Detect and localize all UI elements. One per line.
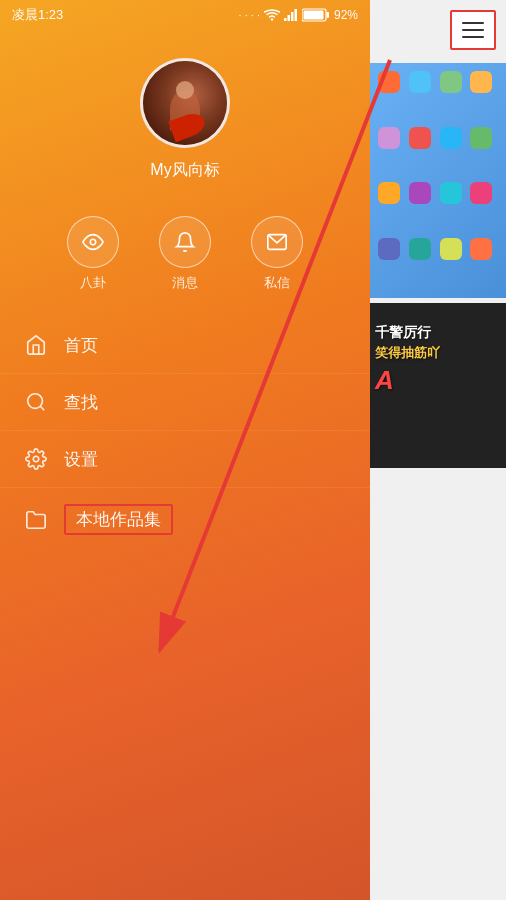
gossip-label: 八卦 (80, 274, 106, 292)
right-panel: 千警厉行 笑得抽筋吖 A (370, 0, 506, 900)
status-icons: · · · · 92% (239, 8, 358, 22)
avatar-image (143, 61, 227, 145)
app-icon (470, 238, 492, 260)
app-icon (378, 182, 400, 204)
dm-icon-circle (251, 216, 303, 268)
hamburger-icon (462, 22, 484, 38)
folder-icon (24, 508, 48, 532)
eye-icon (82, 231, 104, 253)
signal-dots: · · · · (239, 9, 260, 21)
svg-rect-1 (287, 15, 290, 21)
app-icon (378, 71, 400, 93)
gossip-icon-circle (67, 216, 119, 268)
mail-icon (266, 231, 288, 253)
phone-screenshot-2: 千警厉行 笑得抽筋吖 A (370, 303, 506, 468)
app-icon (440, 71, 462, 93)
app-icon (470, 71, 492, 93)
home-icon (24, 333, 48, 357)
message-label: 消息 (172, 274, 198, 292)
hamburger-line-1 (462, 22, 484, 24)
quick-actions: 八卦 消息 私信 (0, 201, 370, 312)
menu-button[interactable] (450, 10, 496, 50)
svg-line-10 (40, 406, 44, 410)
battery-icon (302, 8, 330, 22)
app-icon (409, 127, 431, 149)
app-icon (378, 238, 400, 260)
signal-icon (284, 9, 298, 21)
app-icon (440, 127, 462, 149)
local-label-wrapper: 本地作品集 (64, 504, 173, 535)
profile-section[interactable]: My风向标 (0, 28, 370, 201)
wifi-icon (264, 9, 280, 21)
dm-label: 私信 (264, 274, 290, 292)
quick-action-message[interactable]: 消息 (159, 216, 211, 292)
username: My风向标 (150, 160, 219, 181)
local-label: 本地作品集 (76, 510, 161, 529)
menu-item-search[interactable]: 查找 (0, 374, 370, 431)
app-icon (440, 238, 462, 260)
app-icon (409, 71, 431, 93)
svg-point-9 (28, 394, 43, 409)
avatar[interactable] (140, 58, 230, 148)
battery-percent: 92% (334, 8, 358, 22)
search-label: 查找 (64, 391, 98, 414)
phone-screenshot-1 (370, 63, 506, 298)
menu-item-home[interactable]: 首页 (0, 317, 370, 374)
app-icon (470, 127, 492, 149)
hamburger-line-3 (462, 36, 484, 38)
bell-icon (174, 231, 196, 253)
app-icon (470, 182, 492, 204)
quick-action-dm[interactable]: 私信 (251, 216, 303, 292)
avatar-decoration (168, 110, 207, 142)
status-bar: 凌晨1:23 · · · · 92% (0, 0, 370, 28)
settings-label: 设置 (64, 448, 98, 471)
app-icon (409, 238, 431, 260)
svg-rect-2 (291, 12, 294, 21)
svg-point-11 (33, 456, 39, 462)
svg-rect-6 (303, 11, 323, 20)
search-icon (24, 390, 48, 414)
home-label: 首页 (64, 334, 98, 357)
message-icon-circle (159, 216, 211, 268)
image2-text: 千警厉行 笑得抽筋吖 A (375, 323, 440, 399)
gear-icon (24, 447, 48, 471)
hamburger-line-2 (462, 29, 484, 31)
svg-rect-0 (284, 18, 287, 21)
svg-rect-5 (326, 12, 329, 18)
app-icon (409, 182, 431, 204)
svg-point-7 (90, 239, 96, 245)
status-time: 凌晨1:23 (12, 6, 63, 24)
menu-item-settings[interactable]: 设置 (0, 431, 370, 488)
app-icon (378, 127, 400, 149)
menu-list: 首页 查找 设置 (0, 312, 370, 556)
sidebar: 凌晨1:23 · · · · 92% (0, 0, 370, 900)
svg-rect-3 (294, 9, 297, 21)
menu-item-local[interactable]: 本地作品集 (0, 488, 370, 551)
app-icon (440, 182, 462, 204)
quick-action-gossip[interactable]: 八卦 (67, 216, 119, 292)
phone-screenshot-content (370, 63, 506, 298)
